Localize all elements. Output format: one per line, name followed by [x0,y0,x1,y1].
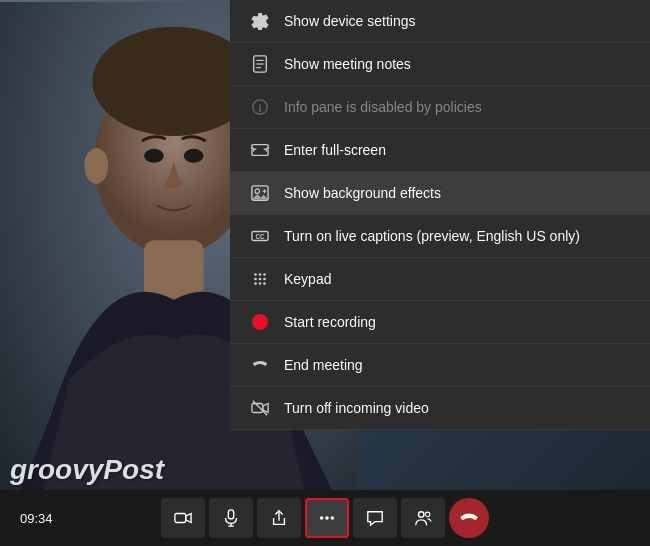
svg-point-37 [331,516,335,520]
svg-point-4 [144,149,164,163]
menu-label-meeting-notes: Show meeting notes [284,56,411,72]
svg-rect-32 [228,510,233,519]
menu-item-keypad[interactable]: Keypad [230,258,650,301]
keypad-icon [250,269,270,289]
menu-item-device-settings[interactable]: Show device settings [230,0,650,43]
watermark: groovyPost [10,454,164,486]
svg-point-27 [259,282,262,285]
share-button[interactable] [257,498,301,538]
svg-point-20 [254,273,257,276]
svg-text:CC: CC [255,233,265,240]
svg-point-35 [320,516,324,520]
svg-text:i: i [259,102,262,114]
menu-label-info-pane: Info pane is disabled by policies [284,99,482,115]
toolbar-buttons [161,498,489,538]
svg-point-6 [84,148,108,184]
svg-point-38 [419,512,424,517]
menu-label-keypad: Keypad [284,271,331,287]
microphone-button[interactable] [209,498,253,538]
menu-item-meeting-notes[interactable]: Show meeting notes [230,43,650,86]
more-options-button[interactable] [305,498,349,538]
menu-label-device-settings: Show device settings [284,13,416,29]
svg-point-22 [263,273,266,276]
notes-icon [250,54,270,74]
menu-item-start-recording[interactable]: Start recording [230,301,650,344]
hang-up-button[interactable] [449,498,489,538]
menu-item-live-captions[interactable]: CC Turn on live captions (preview, Engli… [230,215,650,258]
menu-item-background-effects[interactable]: Show background effects [230,172,650,215]
menu-label-turn-off-video: Turn off incoming video [284,400,429,416]
timestamp: 09:34 [20,511,53,526]
menu-item-info-pane: i Info pane is disabled by policies [230,86,650,129]
participants-button[interactable] [401,498,445,538]
svg-point-24 [259,278,262,281]
toolbar: 09:34 [0,490,650,546]
svg-point-5 [184,149,204,163]
svg-point-14 [255,189,259,194]
background-icon [250,183,270,203]
menu-item-turn-off-video[interactable]: Turn off incoming video [230,387,650,430]
menu-item-fullscreen[interactable]: Enter full-screen [230,129,650,172]
menu-label-end-meeting: End meeting [284,357,363,373]
captions-icon: CC [250,226,270,246]
svg-rect-3 [144,240,204,300]
info-icon: i [250,97,270,117]
menu-label-fullscreen: Enter full-screen [284,142,386,158]
menu-item-end-meeting[interactable]: End meeting [230,344,650,387]
svg-point-21 [259,273,262,276]
fullscreen-icon [250,140,270,160]
video-camera-button[interactable] [161,498,205,538]
chat-button[interactable] [353,498,397,538]
gear-icon [250,11,270,31]
svg-rect-13 [252,145,268,156]
svg-rect-31 [175,514,186,523]
svg-point-39 [425,512,430,517]
menu-label-live-captions: Turn on live captions (preview, English … [284,228,580,244]
end-icon [250,355,270,375]
menu-label-background-effects: Show background effects [284,185,441,201]
context-menu: Show device settings Show meeting notes … [230,0,650,430]
record-icon [250,312,270,332]
svg-point-28 [263,282,266,285]
svg-point-23 [254,278,257,281]
video-off-icon [250,398,270,418]
svg-point-36 [325,516,329,520]
svg-point-25 [263,278,266,281]
svg-point-26 [254,282,257,285]
menu-label-start-recording: Start recording [284,314,376,330]
